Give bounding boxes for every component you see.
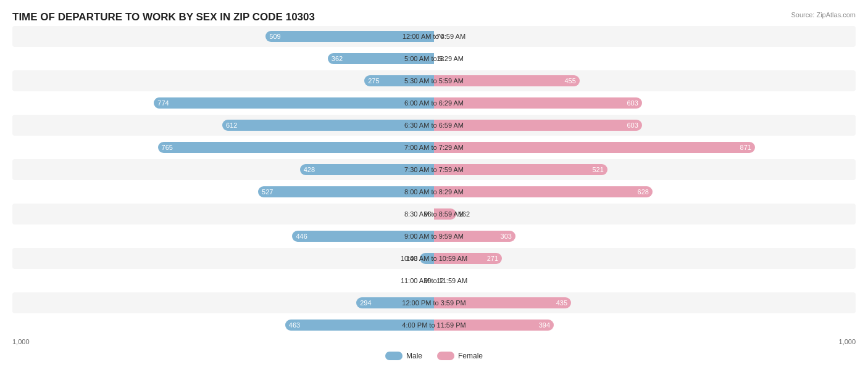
female-bar: 603 (434, 120, 642, 131)
table-row: 765 7:00 AM to 7:29 AM 871 (12, 137, 856, 158)
male-value: 765 (162, 144, 173, 151)
female-value: 628 (638, 188, 649, 196)
right-section: 603 (434, 115, 856, 136)
male-value: 527 (262, 188, 273, 196)
table-row: 275 5:30 AM to 5:59 AM 455 (12, 70, 856, 91)
time-label: 11:00 AM to 11:59 AM (401, 277, 467, 284)
table-row: 143 10:00 AM to 10:59 AM 271 (12, 248, 856, 269)
left-section: 143 (12, 248, 434, 269)
right-section: 603 (434, 93, 856, 113)
right-section: 70 (434, 26, 856, 47)
left-section: 362 (12, 48, 434, 69)
chart-rows: 509 12:00 AM to 4:59 AM 70 362 5:00 AM t… (12, 26, 856, 336)
left-section: 527 (12, 181, 434, 202)
left-section: 275 (12, 70, 434, 91)
chart-title: TIME OF DEPARTURE TO WORK BY SEX IN ZIP … (12, 11, 856, 23)
time-label: 5:00 AM to 5:29 AM (404, 55, 464, 62)
left-section: 294 (12, 292, 434, 313)
time-label: 12:00 PM to 3:59 PM (402, 299, 465, 307)
time-label: 10:00 AM to 10:59 AM (401, 255, 467, 262)
male-value: 294 (360, 299, 371, 307)
time-label: 8:00 AM to 8:29 AM (404, 188, 464, 196)
table-row: 509 12:00 AM to 4:59 AM 70 (12, 26, 856, 47)
left-section: 428 (12, 159, 434, 180)
right-section: 455 (434, 70, 856, 91)
source-text: Source: ZipAtlas.com (791, 11, 856, 19)
male-bar: 765 (158, 142, 434, 153)
male-value: 428 (304, 166, 315, 173)
female-bar: 628 (434, 186, 653, 197)
male-swatch (385, 352, 403, 360)
legend: Male Female (12, 352, 856, 360)
left-section: 765 (12, 137, 434, 158)
left-section: 774 (12, 93, 434, 113)
male-value: 362 (332, 55, 343, 62)
right-section: 12 (434, 270, 856, 291)
female-value: 521 (592, 166, 603, 173)
table-row: 96 8:30 AM to 8:59 AM 162 (12, 204, 856, 225)
time-label: 6:30 AM to 6:59 AM (404, 122, 464, 129)
female-value: 303 (501, 233, 512, 240)
female-value: 603 (627, 99, 638, 107)
time-label: 7:00 AM to 7:29 AM (404, 144, 464, 151)
female-value: 394 (539, 321, 550, 329)
legend-male: Male (385, 352, 422, 360)
left-section: 446 (12, 226, 434, 247)
axis-left: 1,000 (12, 338, 30, 345)
right-section: 628 (434, 181, 856, 202)
time-label: 9:00 AM to 9:59 AM (404, 233, 464, 240)
time-label: 8:30 AM to 8:59 AM (404, 210, 464, 218)
right-section: 521 (434, 159, 856, 180)
male-value: 275 (368, 77, 379, 85)
table-row: 612 6:30 AM to 6:59 AM 603 (12, 115, 856, 136)
time-label: 5:30 AM to 5:59 AM (404, 77, 464, 85)
male-value: 612 (226, 122, 237, 129)
right-section: 871 (434, 137, 856, 158)
time-label: 4:00 PM to 11:59 PM (402, 321, 465, 329)
female-swatch (437, 352, 454, 360)
female-value: 871 (740, 144, 751, 151)
table-row: 362 5:00 AM to 5:29 AM 18 (12, 48, 856, 69)
left-section: 509 (12, 26, 434, 47)
male-value: 446 (296, 233, 307, 240)
legend-female: Female (437, 352, 483, 360)
table-row: 774 6:00 AM to 6:29 AM 603 (12, 93, 856, 113)
right-section: 162 (434, 204, 856, 225)
left-section: 96 (12, 204, 434, 225)
time-label: 7:30 AM to 7:59 AM (404, 166, 464, 173)
left-section: 612 (12, 115, 434, 136)
time-label: 12:00 AM to 4:59 AM (403, 33, 465, 40)
female-value: 603 (627, 122, 638, 129)
table-row: 463 4:00 PM to 11:59 PM 394 (12, 315, 856, 336)
right-section: 394 (434, 315, 856, 336)
axis-labels: 1,000 1,000 (12, 338, 856, 345)
male-bar: 612 (222, 120, 434, 131)
male-label: Male (406, 352, 422, 360)
right-section: 435 (434, 292, 856, 313)
table-row: 39 11:00 AM to 11:59 AM 12 (12, 270, 856, 291)
right-section: 18 (434, 48, 856, 69)
time-label: 6:00 AM to 6:29 AM (404, 99, 464, 107)
female-value: 435 (556, 299, 567, 307)
male-bar: 774 (154, 97, 434, 109)
table-row: 428 7:30 AM to 7:59 AM 521 (12, 159, 856, 180)
left-section: 39 (12, 270, 434, 291)
female-bar: 871 (434, 142, 755, 153)
chart-container: TIME OF DEPARTURE TO WORK BY SEX IN ZIP … (0, 0, 868, 367)
female-label: Female (458, 352, 483, 360)
female-value: 271 (487, 255, 498, 262)
male-value: 774 (157, 99, 169, 107)
female-bar: 603 (434, 97, 642, 109)
left-section: 463 (12, 315, 434, 336)
female-value: 455 (564, 77, 575, 85)
table-row: 294 12:00 PM to 3:59 PM 435 (12, 292, 856, 313)
right-section: 303 (434, 226, 856, 247)
table-row: 446 9:00 AM to 9:59 AM 303 (12, 226, 856, 247)
axis-right: 1,000 (838, 338, 856, 345)
male-value: 463 (289, 321, 300, 329)
right-section: 271 (434, 248, 856, 269)
male-value: 509 (269, 33, 280, 40)
table-row: 527 8:00 AM to 8:29 AM 628 (12, 181, 856, 202)
